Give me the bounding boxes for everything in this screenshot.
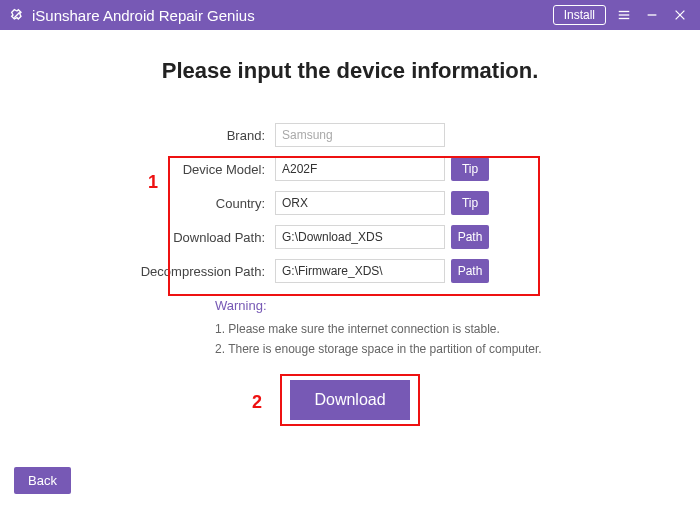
download-button[interactable]: Download <box>290 380 410 420</box>
row-model: Device Model: Tip <box>135 154 565 184</box>
annotation-callout-2: 2 <box>252 392 262 413</box>
close-icon[interactable] <box>672 7 688 23</box>
path-button-decompression[interactable]: Path <box>451 259 489 283</box>
minimize-icon[interactable] <box>644 7 660 23</box>
download-area: Download <box>280 380 420 420</box>
row-country: Country: Tip <box>135 188 565 218</box>
device-form: Brand: Device Model: Tip Country: Tip Do… <box>135 120 565 286</box>
label-country: Country: <box>135 196 275 211</box>
row-download-path: Download Path: Path <box>135 222 565 252</box>
page-title: Please input the device information. <box>0 58 700 84</box>
row-decompression-path: Decompression Path: Path <box>135 256 565 286</box>
install-button[interactable]: Install <box>553 5 606 25</box>
input-download-path[interactable] <box>275 225 445 249</box>
input-decompression-path[interactable] <box>275 259 445 283</box>
label-download-path: Download Path: <box>135 230 275 245</box>
tip-button-country[interactable]: Tip <box>451 191 489 215</box>
input-country[interactable] <box>275 191 445 215</box>
warning-title: Warning: <box>215 298 565 313</box>
input-brand[interactable] <box>275 123 445 147</box>
warning-block: Warning: 1. Please make sure the interne… <box>135 298 565 360</box>
label-decompression-path: Decompression Path: <box>135 264 275 279</box>
path-button-download[interactable]: Path <box>451 225 489 249</box>
row-brand: Brand: <box>135 120 565 150</box>
window-controls <box>616 7 694 23</box>
input-model[interactable] <box>275 157 445 181</box>
tip-button-model[interactable]: Tip <box>451 157 489 181</box>
label-brand: Brand: <box>135 128 275 143</box>
annotation-callout-1: 1 <box>148 172 158 193</box>
menu-icon[interactable] <box>616 7 632 23</box>
warning-line-1: 1. Please make sure the internet connect… <box>215 319 565 339</box>
titlebar: iSunshare Android Repair Genius Install <box>0 0 700 30</box>
content-area: Please input the device information. Bra… <box>0 30 700 420</box>
warning-line-2: 2. There is enouge storage space in the … <box>215 339 565 359</box>
app-icon <box>8 6 26 24</box>
back-button[interactable]: Back <box>14 467 71 494</box>
app-title: iSunshare Android Repair Genius <box>32 7 255 24</box>
